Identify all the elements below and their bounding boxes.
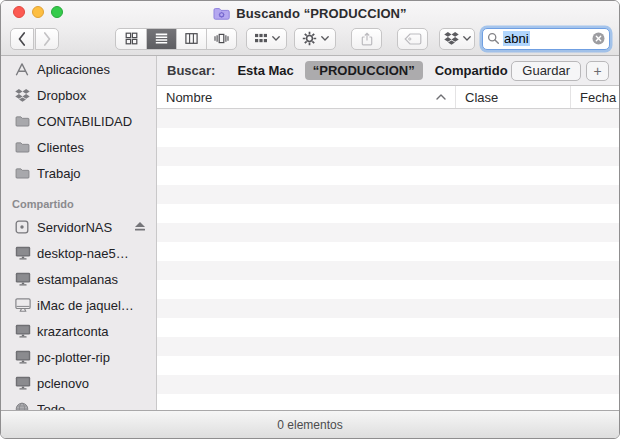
search-input[interactable]: abni (482, 28, 610, 50)
scope-bar-label: Buscar: (167, 63, 215, 78)
search-text: abni (503, 31, 592, 46)
imac-icon (15, 298, 37, 312)
computer-icon (15, 272, 37, 286)
titlebar: Buscando “PRODUCCION” (1, 1, 619, 22)
column-view-button[interactable] (176, 29, 206, 49)
add-criteria-button[interactable]: + (586, 61, 609, 81)
chevron-down-icon (463, 36, 471, 41)
forward-button[interactable] (35, 28, 59, 50)
search-icon (487, 32, 500, 45)
window-title: Buscando “PRODUCCION” (236, 6, 406, 21)
chevron-down-icon (321, 36, 329, 41)
arrange-icon (254, 33, 268, 44)
sidebar-item-clientes[interactable]: Clientes (1, 134, 156, 160)
search-results-list (157, 109, 619, 410)
folder-icon (15, 167, 37, 179)
applications-icon (15, 63, 37, 76)
zoom-button[interactable] (51, 6, 63, 18)
scope-esta-mac[interactable]: Esta Mac (237, 63, 293, 78)
sidebar-section-compartido: Compartido (1, 190, 156, 214)
coverflow-view-button[interactable] (206, 29, 236, 49)
sidebar-item-pc-plotter-rip[interactable]: pc-plotter-rip (1, 344, 156, 370)
share-icon (360, 32, 374, 46)
sidebar-item-imac-de-jaquel[interactable]: iMac de jaquel… (1, 292, 156, 318)
column-header-clase[interactable]: Clase (456, 86, 571, 108)
sidebar: Aplicaciones Dropbox CONTABILIDAD Client… (1, 56, 157, 410)
action-button[interactable] (294, 28, 336, 50)
icon-view-button[interactable] (116, 29, 146, 49)
sidebar-item-estampalanas[interactable]: estampalanas (1, 266, 156, 292)
search-scope-bar: Buscar: Esta Mac “PRODUCCION” Compartido… (157, 56, 619, 86)
close-button[interactable] (13, 6, 25, 18)
list-header: Nombre Clase Fecha d (157, 86, 619, 109)
folder-icon (15, 141, 37, 153)
icon-view-icon (125, 32, 138, 45)
column-header-nombre[interactable]: Nombre (157, 86, 456, 108)
coverflow-view-icon (214, 32, 229, 45)
sidebar-item-krazartconta[interactable]: krazartconta (1, 318, 156, 344)
sidebar-item-contabilidad[interactable]: CONTABILIDAD (1, 108, 156, 134)
sidebar-item-aplicaciones[interactable]: Aplicaciones (1, 56, 156, 82)
sidebar-item-trabajo[interactable]: Trabajo (1, 160, 156, 186)
view-mode-segments (115, 28, 237, 50)
list-view-icon (155, 32, 168, 45)
server-icon (15, 220, 37, 234)
toolbar: abni (1, 22, 619, 55)
tag-icon (404, 33, 422, 45)
back-button[interactable] (10, 28, 34, 50)
folder-icon (15, 115, 37, 127)
window-chrome: Buscando “PRODUCCION” (1, 1, 619, 56)
column-header-fecha[interactable]: Fecha d (571, 86, 619, 108)
computer-icon (15, 376, 37, 390)
item-count: 0 elementos (277, 418, 342, 432)
forward-icon (43, 32, 51, 46)
column-view-icon (185, 32, 198, 45)
share-button[interactable] (351, 28, 382, 50)
sidebar-item-servidornas[interactable]: ServidorNAS (1, 214, 156, 240)
scope-compartido[interactable]: Compartido (435, 63, 508, 78)
chevron-down-icon (272, 36, 280, 41)
clear-icon[interactable] (592, 32, 605, 45)
main-pane: Buscar: Esta Mac “PRODUCCION” Compartido… (157, 56, 619, 410)
dropbox-icon (15, 89, 37, 102)
computer-icon (15, 246, 37, 260)
gear-icon (302, 31, 317, 46)
computer-icon (15, 350, 37, 364)
arrange-button[interactable] (246, 28, 287, 50)
tag-button[interactable] (397, 28, 428, 50)
list-view-button[interactable] (146, 29, 176, 49)
dropbox-toolbar-button[interactable] (439, 28, 475, 50)
save-search-button[interactable]: Guardar (511, 61, 581, 81)
eject-icon[interactable] (134, 222, 146, 232)
back-icon (18, 32, 26, 46)
sort-ascending-icon (436, 94, 446, 100)
sidebar-item-todo[interactable]: Todo… (1, 396, 156, 410)
sidebar-item-desktop-nae5[interactable]: desktop-nae5… (1, 240, 156, 266)
sidebar-item-dropbox[interactable]: Dropbox (1, 82, 156, 108)
smart-folder-icon (213, 7, 230, 20)
computer-icon (15, 324, 37, 338)
globe-icon (15, 402, 37, 410)
minimize-button[interactable] (32, 6, 44, 18)
dropbox-icon (444, 32, 459, 45)
status-bar: 0 elementos (1, 410, 619, 438)
scope-produccion-selected[interactable]: “PRODUCCION” (305, 61, 423, 80)
sidebar-item-pclenovo[interactable]: pclenovo (1, 370, 156, 396)
finder-window: Buscando “PRODUCCION” (0, 0, 620, 439)
